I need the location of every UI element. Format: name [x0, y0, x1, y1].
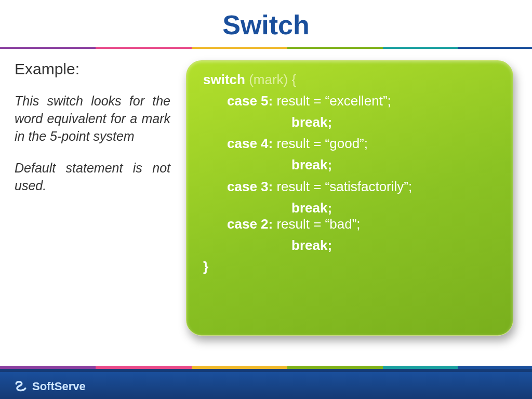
content-area: Example: This switch looks for the word …	[0, 49, 532, 399]
kw-break2: break;	[291, 237, 332, 253]
case2-body: result = “bad”;	[273, 216, 360, 232]
kw-case5: case 5:	[227, 93, 273, 109]
kw-case3: case 3:	[227, 179, 273, 194]
code-line-case2: case 2: result = “bad”;	[203, 217, 498, 232]
code-line-end: }	[203, 259, 498, 274]
code-line-break2: break;	[203, 238, 498, 253]
code-line-switch: switch (mark) {	[203, 72, 498, 87]
code-line-break3: break;	[203, 201, 498, 216]
kw-break5: break;	[291, 114, 332, 130]
code-card: switch (mark) { case 5: result = “excell…	[186, 60, 513, 336]
switch-param: mark	[254, 72, 284, 87]
kw-case2: case 2:	[227, 216, 273, 232]
description-paragraph-1: This switch looks for the word equivalen…	[15, 92, 170, 145]
left-column: Example: This switch looks for the word …	[15, 60, 170, 399]
code-line-break4: break;	[203, 157, 498, 172]
code-line-case5: case 5: result = “excellent”;	[203, 94, 498, 109]
page-title: Switch	[0, 9, 532, 41]
code-line-break5: break;	[203, 115, 498, 130]
paren-close-brace: ) {	[284, 72, 297, 87]
case3-body: result = “satisfactorily”;	[273, 179, 412, 194]
kw-break4: break;	[291, 157, 332, 172]
kw-switch: switch	[203, 72, 249, 87]
kw-break3: break;	[291, 200, 332, 216]
description-paragraph-2: Default statement is not used.	[15, 159, 170, 195]
title-area: Switch	[0, 0, 532, 47]
example-label: Example:	[15, 60, 170, 78]
case4-body: result = “good”;	[273, 136, 368, 151]
brand-name: SoftServe	[32, 380, 86, 393]
slide: Switch Example: This switch looks for th…	[0, 0, 532, 399]
code-line-case4: case 4: result = “good”;	[203, 136, 498, 151]
logo-mark-icon	[14, 379, 28, 394]
code-line-case3: case 3: result = “satisfactorily”;	[203, 179, 498, 194]
brand-logo: SoftServe	[14, 379, 86, 394]
brace-close: }	[203, 259, 208, 274]
kw-case4: case 4:	[227, 136, 273, 151]
case5-body: result = “excellent”;	[273, 93, 391, 109]
paren-open: (	[249, 72, 254, 87]
